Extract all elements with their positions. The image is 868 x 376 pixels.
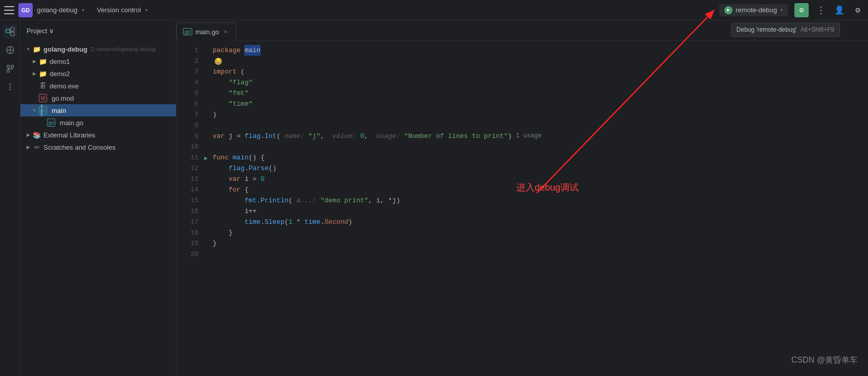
left-icon-panel (0, 20, 20, 376)
pkg-time: time (244, 217, 260, 227)
dot5: . (321, 217, 325, 227)
code-line-10 (213, 142, 860, 152)
tree-caret-icon: ▾ (31, 107, 38, 114)
func-parens: () { (248, 152, 264, 163)
mult: * (292, 217, 304, 227)
dot3: . (257, 195, 261, 206)
indent (213, 163, 229, 174)
svg-rect-1 (11, 28, 14, 31)
no-caret (31, 95, 38, 102)
tree-item-label: golang-debug (43, 45, 87, 53)
sidebar-item-demo2[interactable]: ▶ 📁 demo2 (20, 67, 176, 80)
tree-item-label: Scratches and Consoles (43, 144, 116, 151)
code-line-16: i ++ (213, 206, 860, 217)
settings-icon[interactable]: ⚙ (852, 4, 864, 16)
svg-point-10 (11, 65, 13, 68)
titlebar: GD golang-debug ▾ Version control ▾ ▶ re… (0, 0, 868, 20)
sidebar-caret-icon: ∨ (49, 27, 54, 35)
code-line-9: var j = flag . Int ( name: "j" , value: … (213, 131, 860, 142)
debug-tooltip: Debug 'remote-debug' Alt+Shift+F9 (731, 22, 840, 37)
code-line-19: } (213, 238, 860, 249)
line-numbers: 1 2 3 4 5 6 7 8 9 10 11 ▶ 12 13 14 15 16… (176, 41, 204, 376)
bulb-icon[interactable]: 💡 (215, 58, 222, 65)
sidebar-item-go-mod[interactable]: M go.mod (20, 92, 176, 104)
sidebar-item-external-libs[interactable]: ▶ 📚 External Libraries (20, 129, 176, 141)
str-usage: "Number of lines to print" (404, 131, 508, 142)
sidebar-item-demo1[interactable]: ▶ 📁 demo1 (20, 55, 176, 67)
num-1: 1 (288, 217, 292, 227)
code-editor[interactable]: 1 2 3 4 5 6 7 8 9 10 11 ▶ 12 13 14 15 16… (176, 41, 868, 376)
str-flag: "flag" (229, 77, 253, 88)
comma: , (321, 131, 332, 142)
sidebar-tree: ▾ 📁 golang-debug D:\wwwroot\golang-debug… (20, 41, 176, 376)
sp (356, 131, 360, 142)
version-control-caret-icon[interactable]: ▾ (145, 7, 148, 13)
left-icon-project[interactable] (3, 25, 17, 39)
dot2: . (244, 163, 248, 174)
pkg-flag2: flag (229, 163, 244, 174)
func-sleep: Sleep (264, 217, 284, 227)
svg-point-14 (9, 86, 11, 88)
editor-area: go main.go × 1 2 3 4 5 6 7 8 9 10 11 ▶ (176, 20, 868, 376)
sidebar-header-title[interactable]: Project ∨ (27, 27, 54, 35)
code-line-6: "time" (213, 99, 860, 109)
project-name-label[interactable]: golang-debug (37, 6, 78, 14)
project-dropdown-icon[interactable]: ▾ (82, 7, 85, 13)
tab-close-button[interactable]: × (222, 28, 230, 35)
tree-item-label: go.mod (52, 95, 74, 102)
sidebar-item-demo-exe[interactable]: 🗄 demo.exe (20, 80, 176, 92)
func-int: Int (264, 131, 276, 142)
sleep-open: ( (284, 217, 288, 227)
more-actions-button[interactable]: ⋮ (815, 4, 827, 16)
dot4: . (261, 217, 265, 227)
code-line-14: for { (213, 184, 860, 195)
kw-import: import (213, 66, 237, 77)
comma3: , (368, 195, 376, 206)
code-line-17: time . Sleep ( 1 * time . Second ) (213, 217, 860, 227)
tree-item-label: External Libraries (43, 131, 95, 139)
sp (305, 131, 309, 142)
sidebar-item-golang-debug-root[interactable]: ▾ 📁 golang-debug D:\wwwroot\golang-debug (20, 43, 176, 55)
no-caret (31, 82, 38, 89)
indent2 (213, 217, 244, 227)
sidebar-item-scratches[interactable]: ▶ ✏ Scratches and Consoles (20, 141, 176, 153)
for-brace: { (241, 184, 249, 195)
code-line-18: } (213, 227, 860, 238)
folder-icon: 📁 (33, 45, 41, 53)
func-parse: Parse (248, 163, 268, 174)
code-content[interactable]: package main 💡 import ( "flag" "fmt" (204, 41, 868, 376)
tab-label: main.go (195, 28, 219, 36)
debug-config-caret-icon: ▾ (780, 7, 783, 13)
debug-config-selector[interactable]: ▶ remote-debug ▾ (719, 4, 788, 16)
hamburger-menu-icon[interactable] (4, 6, 14, 14)
code-line-13: var i = 0 (213, 174, 860, 184)
indent (213, 174, 229, 184)
indent (213, 227, 229, 238)
editor-tab-main-go[interactable]: go main.go × (176, 22, 236, 41)
debug-run-button[interactable]: ⚙ (794, 3, 809, 17)
debug-config-run-icon: ▶ (724, 6, 733, 14)
sidebar-item-main[interactable]: ▾ go main (20, 104, 176, 116)
sp3 (316, 195, 321, 206)
sidebar-item-main-go[interactable]: go main.go (20, 116, 176, 129)
num-0: 0 (360, 131, 364, 142)
user-icon[interactable]: 👤 (833, 4, 846, 16)
tree-item-label: main.go (60, 119, 83, 127)
left-icon-structure[interactable] (3, 43, 17, 57)
left-icon-git[interactable] (3, 61, 17, 76)
kw-var2: var (229, 174, 244, 184)
sidebar-header: Project ∨ (20, 20, 176, 41)
debug-config-name-label: remote-debug (736, 6, 777, 14)
version-control-label[interactable]: Version control (97, 6, 141, 14)
var-i: i (244, 174, 253, 184)
var-i2: i (376, 195, 380, 206)
param-name: name: (284, 131, 304, 142)
code-line-5: "fmt" (213, 88, 860, 99)
sleep-close: ) (348, 217, 352, 227)
kw-var: var (213, 131, 229, 142)
comma2: , (364, 131, 376, 142)
left-icon-more[interactable] (3, 80, 17, 94)
tree-item-label: main (52, 107, 66, 114)
str-fmt: "fmt" (229, 88, 248, 99)
indent2 (213, 195, 244, 206)
